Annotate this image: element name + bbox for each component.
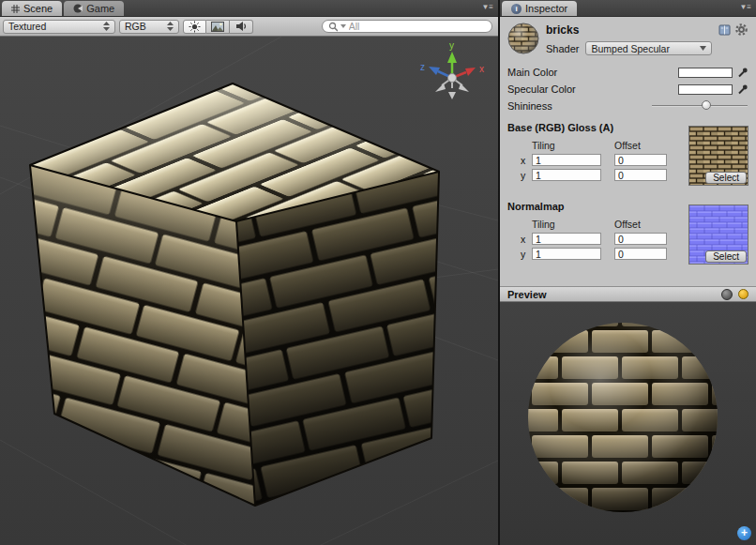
x-axis-row-label: x [521,155,532,166]
image-icon [211,22,224,32]
y-axis-cone [447,52,457,63]
help-book-icon[interactable] [718,23,731,36]
audio-toggle-button[interactable] [230,20,253,34]
inspector-body: bricks Shader Bumped Specular [500,17,756,286]
y-axis-row-label: y [521,249,532,260]
base-select-button[interactable]: Select [705,172,747,184]
normal-select-button[interactable]: Select [705,250,747,263]
inspector-tabbar: i Inspector ▼≡ [500,0,756,17]
tab-game[interactable]: Game [64,1,124,16]
x-axis-row-label: x [521,234,532,245]
search-input[interactable] [349,21,486,32]
shininess-row: Shininess [507,98,748,114]
channels-dropdown[interactable]: RGB [119,20,179,34]
specular-color-swatch[interactable] [678,84,733,95]
preview-viewport[interactable]: + [500,302,756,545]
normal-tiling-x-input[interactable] [532,233,601,245]
specular-color-label: Specular Color [507,83,678,95]
preview-header[interactable]: Preview [500,286,756,302]
x-axis-label: x [479,64,484,74]
tab-inspector-label: Inspector [525,3,567,14]
normal-offset-y-input[interactable] [614,248,667,260]
scene-toggle-group [183,20,253,34]
shader-row: Shader Bumped Specular [546,41,712,55]
render-mode-button[interactable] [206,20,230,34]
base-offset-x-input[interactable] [614,154,667,166]
tiling-header: Tiling [532,219,614,230]
brick-cube [30,83,439,506]
y-axis-row-label: y [521,170,532,181]
lighting-toggle-button[interactable] [183,20,206,34]
panel-menu-icon[interactable]: ▼≡ [739,3,751,11]
normal-offset-x-input[interactable] [614,233,667,245]
main-color-swatch[interactable] [678,68,733,78]
scene-grid-icon [11,5,20,13]
base-tiling-x-input[interactable] [532,154,601,166]
scene-canvas [0,37,498,545]
draw-mode-dropdown[interactable]: Textured [3,20,115,34]
shader-value: Bumped Specular [591,43,669,54]
preview-add-button[interactable]: + [737,526,751,540]
normalmap-thumbnail[interactable]: Select [688,204,748,265]
unity-editor-window: Scene Game ▼≡ Textured RGB [0,0,756,545]
normal-tiling-grid: Tiling Offset x y [521,219,667,263]
material-name: bricks [546,23,712,37]
preview-sphere-icon[interactable] [721,289,733,300]
tab-inspector[interactable]: i Inspector [502,1,577,16]
specular-color-row: Specular Color [507,81,748,98]
gear-icon[interactable] [735,23,748,36]
tab-game-label: Game [86,3,114,14]
offset-header: Offset [614,219,641,230]
normal-tiling-y-input[interactable] [532,248,601,260]
offset-header: Offset [614,140,641,151]
normalmap-section: Normalmap Tiling Offset x [507,201,748,265]
tab-scene-label: Scene [23,3,53,14]
shininess-slider[interactable] [652,99,748,113]
eyedropper-icon[interactable] [737,67,748,78]
search-icon [328,22,338,32]
shininess-label: Shininess [507,100,652,112]
main-color-row: Main Color [507,64,748,81]
preview-light-icon[interactable] [738,289,748,299]
base-offset-y-input[interactable] [614,169,667,181]
y-axis-label: y [449,40,454,51]
gizmo-center[interactable] [448,74,457,83]
preview-title: Preview [507,289,547,300]
slider-thumb[interactable] [702,100,711,110]
preview-sphere [500,302,756,545]
sun-icon [189,21,201,33]
speaker-icon [235,21,248,32]
scene-viewport[interactable]: z x y [0,37,498,545]
scene-tabbar: Scene Game ▼≡ [0,0,498,17]
material-header: bricks Shader Bumped Specular [507,23,748,55]
channels-label: RGB [125,21,146,32]
game-icon [73,4,83,13]
info-icon: i [511,4,522,14]
draw-mode-label: Textured [8,21,46,32]
slider-track[interactable] [652,105,748,107]
panel-menu-icon[interactable]: ▼≡ [481,3,493,11]
main-color-label: Main Color [507,67,678,78]
updown-arrows-icon [167,22,174,31]
orientation-gizmo[interactable]: z x y [417,38,487,104]
inspector-panel: i Inspector ▼≡ bricks Shader Bumped Spec [500,0,756,545]
z-axis-cone [429,67,440,75]
material-meta: bricks Shader Bumped Specular [546,23,712,55]
material-header-icons [718,23,748,55]
material-preview-ball [507,23,539,54]
tab-scene[interactable]: Scene [2,1,62,16]
eyedropper-icon[interactable] [737,83,748,95]
x-axis-cone [465,68,476,76]
base-texture-thumbnail[interactable]: Select [688,126,748,186]
scene-search-field[interactable] [322,20,492,33]
shader-label: Shader [546,43,579,54]
shader-dropdown[interactable]: Bumped Specular [585,41,712,55]
z-axis-label: z [420,62,425,72]
search-filter-arrow-icon [340,24,345,28]
tiling-header: Tiling [532,140,614,151]
chevron-down-icon [700,46,706,51]
base-tiling-y-input[interactable] [532,169,601,181]
updown-arrows-icon [103,22,110,31]
scene-panel: Scene Game ▼≡ Textured RGB [0,0,498,545]
base-map-section: Base (RGB) Gloss (A) Tiling Offset x [507,122,748,186]
